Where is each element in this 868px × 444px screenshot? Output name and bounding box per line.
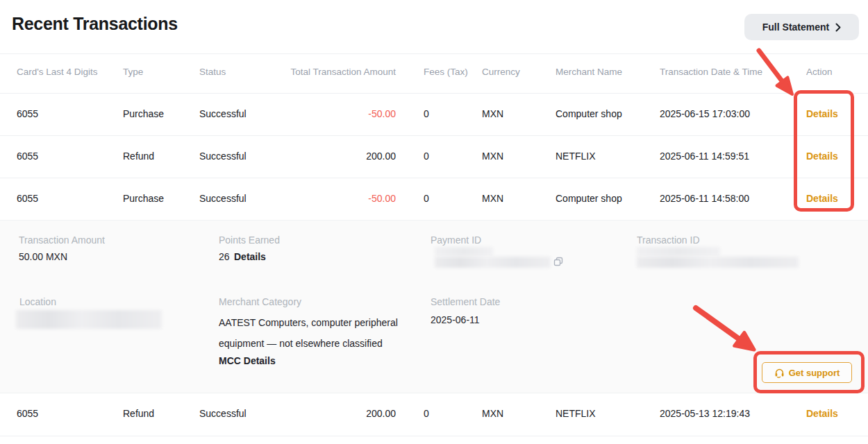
mcc-details-link[interactable]: MCC Details [219,355,276,366]
page-title: Recent Transactions [12,14,178,34]
transaction-id-label: Transaction ID [637,234,700,246]
cell-currency: MXN [482,151,503,162]
row-divider [0,135,868,136]
payment-id-label: Payment ID [431,234,481,246]
col-header-type: Type [123,67,143,77]
col-header-action: Action [806,67,833,77]
details-link[interactable]: Details [806,408,838,419]
full-statement-label: Full Statement [762,22,829,33]
cell-currency: MXN [482,408,503,419]
cell-datetime: 2025-06-15 17:03:00 [660,108,750,119]
cell-amount: -50.00 [250,108,396,119]
cell-card-last4: 6055 [17,408,38,419]
col-header-currency: Currency [482,67,520,77]
cell-datetime: 2025-06-11 14:58:00 [660,193,749,204]
location-redacted-value [16,310,162,329]
cell-fees: 0 [424,108,429,119]
details-link[interactable]: Details [806,151,838,162]
col-header-status: Status [199,67,226,77]
chevron-right-icon [835,23,841,32]
transaction-id-redacted-value [637,257,799,268]
settlement-date-label: Settlement Date [431,296,500,307]
col-header-amount: Total Transaction Amount [250,67,396,77]
points-earned-label: Points Earned [219,234,280,246]
transaction-amount-value: 50.00 MXN [19,251,67,262]
cell-merchant: NETFLIX [556,151,596,162]
table-top-border [0,53,868,54]
details-link[interactable]: Details [806,108,838,119]
details-link[interactable]: Details [806,193,838,204]
col-header-datetime: Transaction Date & Time [660,67,762,77]
table-bottom-border [0,436,868,436]
transaction-amount-label: Transaction Amount [19,234,105,246]
merchant-category-value: AATEST Computers, computer peripheral eq… [219,312,413,354]
col-header-fees: Fees (Tax) [424,67,468,77]
cell-amount: 200.00 [250,151,396,162]
cell-datetime: 2025-06-11 14:59:51 [660,151,749,162]
payment-id-redacted-value [435,257,551,268]
headset-icon [774,368,785,378]
cell-status: Successful [199,151,247,162]
get-support-label: Get support [789,368,840,378]
cell-fees: 0 [424,151,429,162]
cell-status: Successful [199,193,247,204]
settlement-date-value: 2025-06-11 [431,314,480,325]
cell-fees: 0 [424,408,429,419]
location-label: Location [19,296,56,307]
annotation-arrow-to-details [759,51,792,94]
cell-status: Successful [199,108,247,119]
cell-amount: 200.00 [250,408,396,419]
cell-merchant: Computer shop [556,108,622,119]
row-divider [0,93,868,94]
row-divider [0,178,868,178]
merchant-category-label: Merchant Category [219,296,301,307]
cell-status: Successful [199,408,247,419]
cell-fees: 0 [424,193,429,204]
copy-icon[interactable] [553,257,563,266]
full-statement-button[interactable]: Full Statement [744,14,859,40]
cell-currency: MXN [482,108,503,119]
cell-type: Refund [123,151,154,162]
cell-type: Purchase [123,108,164,119]
cell-merchant: Computer shop [556,193,622,204]
col-header-card-last4: Card's Last 4 Digits [17,67,98,77]
get-support-button[interactable]: Get support [762,362,852,383]
recent-transactions-page: Recent Transactions Full Statement Card'… [0,0,868,444]
cell-card-last4: 6055 [17,108,38,119]
cell-type: Refund [123,408,154,419]
cell-amount: -50.00 [250,193,396,204]
transaction-id-redacted-value [637,247,720,256]
cell-card-last4: 6055 [17,151,38,162]
cell-merchant: NETFLIX [556,408,596,419]
payment-id-redacted-value [435,247,493,256]
cell-currency: MXN [482,193,503,204]
cell-card-last4: 6055 [17,193,38,204]
col-header-merchant: Merchant Name [556,67,622,77]
points-earned-value: 26 [219,251,230,262]
points-details-link[interactable]: Details [234,251,266,262]
cell-type: Purchase [123,193,164,204]
cell-datetime: 2025-05-13 12:19:43 [660,408,750,419]
